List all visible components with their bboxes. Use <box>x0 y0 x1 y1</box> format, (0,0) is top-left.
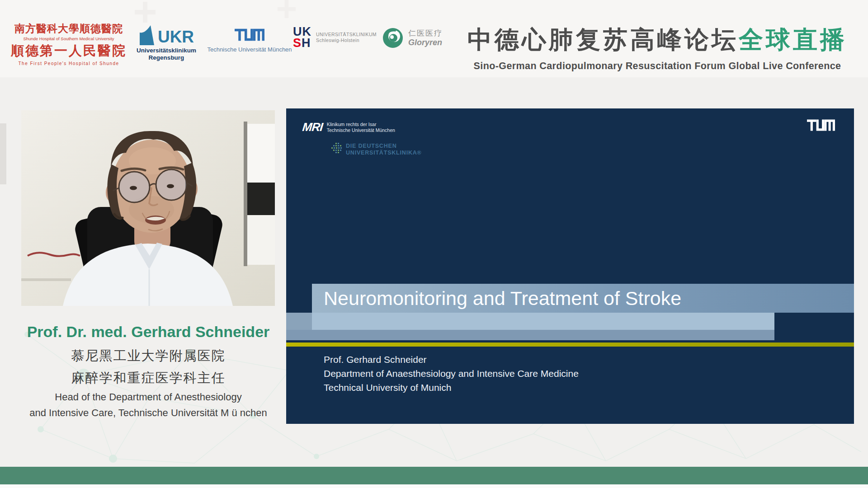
uksh-logo: UK SH UNIVERSITÄTSKLINIKUM Schleswig-Hol… <box>293 26 377 49</box>
speaker-name: Prof. Dr. med. Gerhard Schneider <box>4 323 293 341</box>
slide-title: Neuromonitoring and Treatment of Stroke <box>312 284 854 313</box>
mri-logo-glyph: MRI <box>302 121 323 133</box>
speaker-affiliation-cn-1: 慕尼黑工业大学附属医院 <box>4 347 293 365</box>
mri-klinikum-logo: MRI Klinikum rechts der Isar Technische … <box>302 121 395 133</box>
title-cn-main: 中德心肺复苏高峰论坛 <box>467 26 739 53</box>
slide-band-decoration-2 <box>286 330 774 340</box>
left-edge-decoration <box>0 123 6 184</box>
duk-dot-grid-icon <box>331 143 342 155</box>
uksh-sh: SH <box>293 38 311 49</box>
slide-title-band: Neuromonitoring and Treatment of Stroke <box>312 284 854 313</box>
speaker-affiliation-cn-2: 麻醉学和重症医学科主任 <box>4 369 293 387</box>
deutsche-universitaetsklinika-logo: DIE DEUTSCHEN UNIVERSITÄTSKLINIKA® <box>331 143 422 156</box>
bottom-white-strip <box>0 484 868 488</box>
shunde-hospital-logo: 南方醫科大學順德醫院 Shunde Hospital of Southern M… <box>13 22 125 66</box>
gloryren-swirl-icon <box>382 27 404 49</box>
shunde-calligraphy: 南方醫科大學順德醫院 <box>14 22 123 36</box>
tum-logo <box>235 28 264 42</box>
tum-logo <box>807 119 835 131</box>
speaker-caption: Prof. Dr. med. Gerhard Schneider 慕尼黑工业大学… <box>4 323 293 419</box>
conference-title: 中德心肺复苏高峰论坛全球直播 Sino-German Cardiopulmona… <box>457 23 858 72</box>
cross-decoration <box>135 2 156 23</box>
slide-presenter-dept: Department of Anaesthesiology and Intens… <box>324 366 579 380</box>
header-bar: 南方醫科大學順德醫院 Shunde Hospital of Southern M… <box>0 0 868 77</box>
speaker-affiliation-en-2: and Intensive Care, Technische Universit… <box>4 407 293 419</box>
slide-yellow-rule <box>286 343 854 347</box>
speaker-video <box>21 110 275 306</box>
ukr-wave-icon <box>139 25 157 45</box>
slide-presenter-univ: Technical University of Munich <box>324 380 579 394</box>
title-cn-accent: 全球直播 <box>739 26 847 53</box>
ukr-logo: UKR Universitätsklinikum Regensburg <box>130 25 203 61</box>
slide-presenter-block: Prof. Gerhard Schneider Department of An… <box>324 352 579 394</box>
presentation-slide: MRI Klinikum rechts der Isar Technische … <box>286 108 854 424</box>
conference-subtitle: Sino-German Cardiopulmonary Resuscitatio… <box>457 61 858 72</box>
speaker-affiliation-en-1: Head of the Department of Anesthesiology <box>4 391 293 403</box>
bottom-green-bar <box>0 467 868 484</box>
slide-band-decoration <box>286 313 774 330</box>
slide-presenter-name: Prof. Gerhard Schneider <box>324 352 579 366</box>
cross-decoration <box>278 0 296 18</box>
tum-header-logo: Technische Universität München <box>209 28 290 53</box>
gloryren-logo: 仁医医疗 Gloryren <box>382 27 443 49</box>
speaker-portrait <box>21 110 275 306</box>
